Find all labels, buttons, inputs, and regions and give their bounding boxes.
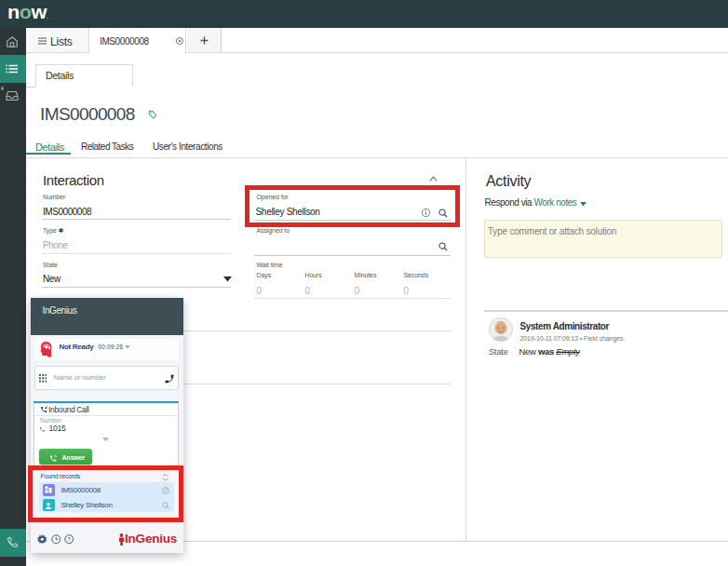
svg-text:?: ? [68,536,72,542]
